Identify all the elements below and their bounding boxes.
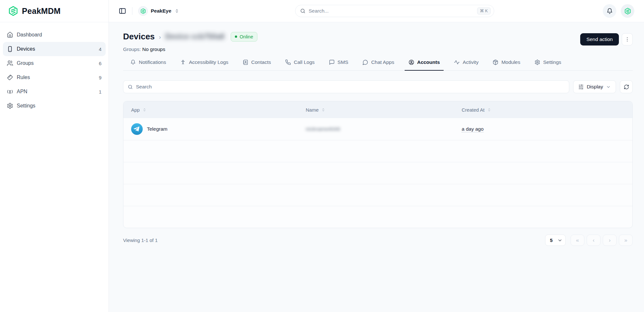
sliders-icon — [578, 84, 584, 90]
chevron-down-icon — [557, 238, 562, 243]
search-icon — [300, 8, 306, 14]
sidebar-item-groups[interactable]: Groups6 — [3, 56, 106, 70]
table-header: AppNameCreated At — [123, 101, 632, 118]
tab-activity[interactable]: Activity — [450, 58, 482, 71]
activity-icon — [454, 59, 460, 65]
brand-logo-icon — [8, 5, 19, 16]
global-search[interactable]: ⌘ K — [295, 5, 494, 17]
kebab-icon — [624, 36, 630, 42]
message-square-icon — [329, 59, 335, 65]
telegram-icon — [131, 123, 143, 135]
brand-name: PeakMDM — [22, 6, 61, 16]
tab-label: Notifications — [139, 59, 166, 65]
home-icon — [7, 32, 13, 38]
sidebar-item-settings[interactable]: Settings — [3, 99, 106, 113]
header-actions: Send action — [580, 33, 633, 45]
table-search[interactable] — [123, 80, 569, 93]
panel-left-icon — [119, 7, 126, 15]
tab-label: Accessibility Logs — [189, 59, 228, 65]
column-header-name[interactable]: Name — [306, 107, 462, 113]
tab-chat-apps[interactable]: Chat Apps — [359, 58, 398, 71]
table-row-empty — [123, 140, 632, 162]
sidebar-item-count: 6 — [99, 61, 101, 66]
topbar-divider — [132, 7, 132, 15]
column-label: Name — [306, 107, 319, 113]
page-size-select[interactable]: 5 — [545, 235, 566, 246]
status-badge-label: Online — [240, 34, 253, 39]
groups-value: No groups — [142, 46, 165, 52]
column-header-app[interactable]: App — [123, 107, 306, 113]
tab-contacts[interactable]: Contacts — [239, 58, 275, 71]
first-page-button[interactable]: « — [571, 235, 584, 246]
phone-icon — [285, 59, 291, 65]
tab-label: Chat Apps — [371, 59, 394, 65]
sidebar-item-label: Rules — [17, 75, 95, 80]
search-icon — [300, 8, 306, 14]
breadcrumb-devices-link[interactable]: Devices — [123, 32, 155, 42]
global-search-input[interactable] — [309, 8, 474, 14]
more-actions-button[interactable] — [622, 33, 633, 45]
shortcut-badge: ⌘ K — [477, 7, 491, 15]
sidebar-item-label: Groups — [17, 60, 95, 66]
last-page-button[interactable]: » — [619, 235, 633, 246]
next-page-button[interactable]: › — [603, 235, 617, 246]
user-avatar[interactable] — [621, 4, 634, 18]
sidebar-item-count: 9 — [99, 75, 101, 80]
tab-modules[interactable]: Modules — [489, 58, 524, 71]
sidebar-nav: DashboardDevices4Groups6Rules9APN1Settin… — [0, 22, 109, 113]
chevron-down-icon — [557, 238, 562, 243]
topbar-right — [603, 4, 634, 18]
tab-label: SMS — [338, 59, 349, 65]
tab-settings[interactable]: Settings — [531, 58, 565, 71]
column-label: Created At — [462, 107, 485, 113]
sort-icon — [142, 108, 147, 112]
org-name: PeakEye — [151, 8, 171, 14]
sidebar-item-label: Settings — [17, 103, 101, 109]
table-search-input[interactable] — [136, 84, 565, 90]
pager-buttons: «‹›» — [571, 235, 633, 246]
table-row-empty — [123, 206, 632, 228]
topbar: PeakEye ⌘ K — [109, 0, 644, 22]
sidebar-item-rules[interactable]: Rules9 — [3, 70, 106, 85]
sidebar-item-label: Devices — [17, 46, 95, 52]
sliders-icon — [578, 84, 584, 90]
display-button-label: Display — [587, 84, 603, 90]
table-row[interactable]: Telegramnickname4049a day ago — [123, 118, 632, 140]
bell-icon — [606, 8, 613, 15]
tab-accounts[interactable]: Accounts — [405, 58, 444, 71]
refresh-button[interactable] — [620, 80, 633, 93]
gear-icon — [7, 103, 13, 109]
toolbar: Display — [123, 80, 633, 93]
app-cell: Telegram — [123, 123, 306, 135]
ruler-icon — [7, 74, 13, 81]
table-row-empty — [123, 162, 632, 184]
sidebar-item-devices[interactable]: Devices4 — [3, 42, 106, 56]
viewing-count: Viewing 1-1 of 1 — [123, 237, 158, 243]
sidebar-item-dashboard[interactable]: Dashboard — [3, 28, 106, 42]
smartphone-icon — [7, 46, 13, 52]
radio-tower-icon — [7, 88, 13, 95]
sidebar-item-apn[interactable]: APN1 — [3, 85, 106, 99]
sort-icon — [142, 108, 147, 112]
tab-accessibility-logs[interactable]: Accessibility Logs — [176, 58, 232, 71]
prev-page-button[interactable]: ‹ — [587, 235, 601, 246]
brand[interactable]: PeakMDM — [0, 0, 109, 22]
accounts-table: AppNameCreated At Telegramnickname4049a … — [123, 101, 633, 228]
app-name: Telegram — [147, 126, 168, 132]
tab-notifications[interactable]: Notifications — [126, 58, 170, 71]
tab-label: Call Logs — [294, 59, 315, 65]
package-icon — [493, 59, 498, 65]
updown-icon — [174, 8, 179, 14]
sidebar-item-count: 1 — [99, 89, 101, 95]
tab-call-logs[interactable]: Call Logs — [281, 58, 319, 71]
tab-sms[interactable]: SMS — [325, 58, 352, 71]
created-at-cell: a day ago — [462, 126, 632, 132]
table-row-empty — [123, 184, 632, 206]
org-switcher[interactable]: PeakEye — [138, 6, 179, 16]
sidebar-toggle-button[interactable] — [119, 7, 126, 15]
notifications-button[interactable] — [603, 4, 616, 18]
column-header-created-at[interactable]: Created At — [462, 107, 632, 113]
send-action-button[interactable]: Send action — [580, 33, 619, 45]
created-at-value[interactable]: a day ago — [462, 126, 484, 132]
display-button[interactable]: Display — [573, 80, 616, 93]
